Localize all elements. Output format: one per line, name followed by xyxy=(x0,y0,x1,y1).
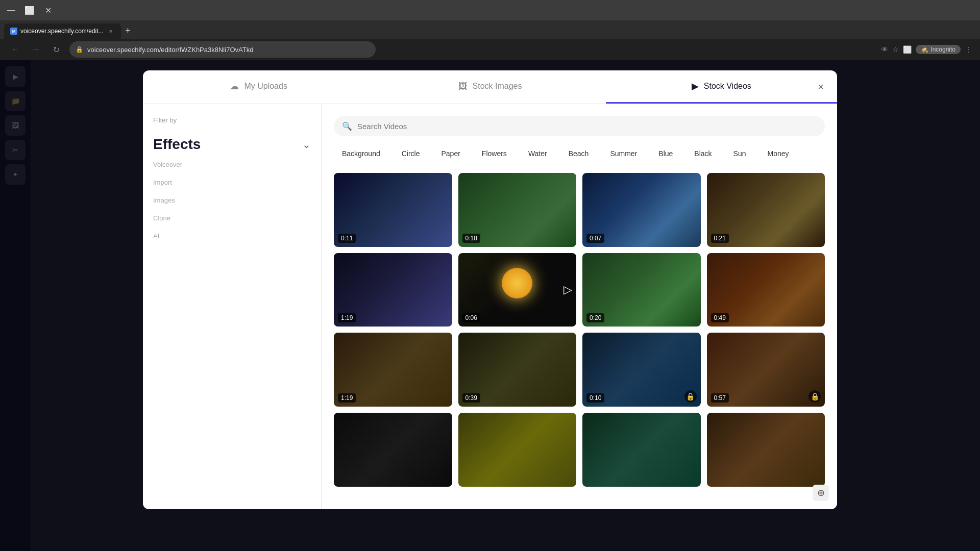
images-icon: 🖼 xyxy=(458,81,468,92)
back-button[interactable]: ← xyxy=(8,42,22,57)
zoom-in-button[interactable]: ⊕ xyxy=(813,485,829,501)
video-duration-7: 0:20 xyxy=(586,313,604,322)
video-card-2[interactable]: 0:18 xyxy=(458,173,577,247)
filter-tag-background[interactable]: Background xyxy=(334,146,388,161)
video-card-4[interactable]: 0:21 xyxy=(707,173,825,247)
incognito-badge: 🕵 Incognito xyxy=(916,45,961,54)
filter-tag-summer[interactable]: Summer xyxy=(602,146,645,161)
forward-button[interactable]: → xyxy=(29,42,43,57)
video-card-1[interactable]: 0:11 xyxy=(334,173,452,247)
incognito-icon: 🕵 xyxy=(921,46,928,53)
uploads-icon: ☁ xyxy=(230,81,239,92)
video-card-16[interactable] xyxy=(707,413,825,487)
sidebar-item-ai[interactable]: AI xyxy=(153,228,311,244)
zoom-controls: ⊕ xyxy=(813,485,829,501)
video-card-12[interactable]: 0:57 🔒 xyxy=(707,333,825,407)
close-window-button[interactable]: ✕ xyxy=(41,3,55,17)
filter-tag-blue[interactable]: Blue xyxy=(650,146,681,161)
filter-tag-paper[interactable]: Paper xyxy=(433,146,469,161)
sidebar-item-import[interactable]: Import xyxy=(153,174,311,190)
lock-icon-12: 🔒 xyxy=(808,390,821,403)
tab-stock-images-label: Stock Images xyxy=(473,82,522,91)
modal-body: Filter by Effects ⌄ Voiceover Import Ima… xyxy=(143,104,837,509)
minimize-button[interactable]: — xyxy=(4,3,18,17)
video-card-3[interactable]: 0:07 xyxy=(582,173,701,247)
video-card-15[interactable] xyxy=(582,413,701,487)
video-card-9[interactable]: 1:19 xyxy=(334,333,452,407)
browser-right-icons: 👁 ☆ ⬜ 🕵 Incognito ⋮ xyxy=(881,45,972,54)
video-card-8[interactable]: 0:49 xyxy=(707,253,825,327)
filter-tag-flowers[interactable]: Flowers xyxy=(474,146,515,161)
video-card-14[interactable] xyxy=(458,413,577,487)
tab-my-uploads-label: My Uploads xyxy=(244,82,287,91)
star-icon: ☆ xyxy=(892,45,899,54)
video-card-13[interactable] xyxy=(334,413,452,487)
browser-chrome: — ⬜ ✕ M voiceover.speechify.com/edit... … xyxy=(0,0,980,60)
video-duration-3: 0:07 xyxy=(586,234,604,243)
effects-chevron-icon: ⌄ xyxy=(302,138,311,151)
modal-close-button[interactable]: × xyxy=(813,79,829,95)
eye-off-icon: 👁 xyxy=(881,45,888,54)
filter-tag-water[interactable]: Water xyxy=(520,146,555,161)
video-duration-10: 0:39 xyxy=(462,393,480,403)
search-icon: 🔍 xyxy=(342,121,352,131)
video-duration-12: 0:57 xyxy=(711,393,729,403)
sidebar-item-clone[interactable]: Clone xyxy=(153,210,311,226)
video-card-5[interactable]: 1:19 xyxy=(334,253,452,327)
effects-title: Effects xyxy=(153,136,201,153)
modal-overlay: ☁ My Uploads 🖼 Stock Images ▶ Stock Vide… xyxy=(0,60,980,551)
filter-tag-circle[interactable]: Circle xyxy=(394,146,428,161)
effects-section[interactable]: Effects ⌄ xyxy=(153,132,311,157)
tab-close-button[interactable]: ✕ xyxy=(107,27,115,35)
sidebar-item-images[interactable]: Images xyxy=(153,192,311,208)
filter-tag-black[interactable]: Black xyxy=(686,146,720,161)
tab-title: voiceover.speechify.com/edit... xyxy=(20,28,104,35)
video-duration-1: 0:11 xyxy=(338,234,356,243)
refresh-button[interactable]: ↻ xyxy=(49,42,63,57)
url-secure-icon: 🔒 xyxy=(76,46,83,53)
video-card-6[interactable]: 0:06 ▷ xyxy=(458,253,577,327)
url-bar[interactable]: 🔒 voiceover.speechify.com/editor/fWZKhPa… xyxy=(69,41,376,58)
videos-icon: ▶ xyxy=(692,81,699,92)
tab-stock-videos-label: Stock Videos xyxy=(704,82,751,91)
incognito-label: Incognito xyxy=(930,46,955,53)
play-hover-icon: ▷ xyxy=(564,283,572,296)
search-input[interactable] xyxy=(357,122,817,131)
tab-stock-videos[interactable]: ▶ Stock Videos xyxy=(606,70,837,104)
video-duration-5: 1:19 xyxy=(338,313,356,322)
filter-tag-sun[interactable]: Sun xyxy=(725,146,754,161)
tab-favicon: M xyxy=(10,28,17,35)
menu-icon[interactable]: ⋮ xyxy=(965,45,972,54)
modal-main-content: 🔍 Background Circle Paper Flowers Water … xyxy=(322,104,837,509)
video-grid: 0:11 0:18 0:07 0:21 1:19 xyxy=(334,173,825,487)
stock-videos-modal: ☁ My Uploads 🖼 Stock Images ▶ Stock Vide… xyxy=(143,70,837,509)
search-bar: 🔍 xyxy=(334,116,825,136)
tab-my-uploads[interactable]: ☁ My Uploads xyxy=(143,70,374,104)
lock-icon-11: 🔒 xyxy=(684,390,697,403)
new-tab-button[interactable]: + xyxy=(121,23,135,38)
video-duration-6: 0:06 xyxy=(462,313,480,322)
video-duration-9: 1:19 xyxy=(338,393,356,403)
filter-tag-money[interactable]: Money xyxy=(760,146,797,161)
restore-button[interactable]: ⬜ xyxy=(22,3,37,17)
tabs-bar: M voiceover.speechify.com/edit... ✕ + xyxy=(0,20,980,39)
browser-controls: — ⬜ ✕ xyxy=(4,3,55,17)
video-duration-4: 0:21 xyxy=(711,234,729,243)
video-duration-2: 0:18 xyxy=(462,234,480,243)
sidebar-items-list: Voiceover Import Images Clone AI xyxy=(153,157,311,244)
video-duration-8: 0:49 xyxy=(711,313,729,322)
browser-titlebar: — ⬜ ✕ xyxy=(0,0,980,20)
modal-header: ☁ My Uploads 🖼 Stock Images ▶ Stock Vide… xyxy=(143,70,837,104)
video-card-7[interactable]: 0:20 xyxy=(582,253,701,327)
video-card-10[interactable]: 0:39 xyxy=(458,333,577,407)
browser-tab-active[interactable]: M voiceover.speechify.com/edit... ✕ xyxy=(4,23,121,39)
filter-tag-beach[interactable]: Beach xyxy=(560,146,597,161)
tablet-icon: ⬜ xyxy=(903,45,912,54)
address-bar: ← → ↻ 🔒 voiceover.speechify.com/editor/f… xyxy=(0,39,980,60)
tab-stock-images[interactable]: 🖼 Stock Images xyxy=(374,70,605,104)
video-duration-11: 0:10 xyxy=(586,393,604,403)
filter-tags-row: Background Circle Paper Flowers Water Be… xyxy=(334,146,825,163)
video-card-11[interactable]: 0:10 🔒 xyxy=(582,333,701,407)
sidebar-item-voiceover[interactable]: Voiceover xyxy=(153,157,311,172)
app-container: ▶ 📁 🖼 ✂ ✦ ☁ My Uploads 🖼 Stock Images xyxy=(0,60,980,551)
